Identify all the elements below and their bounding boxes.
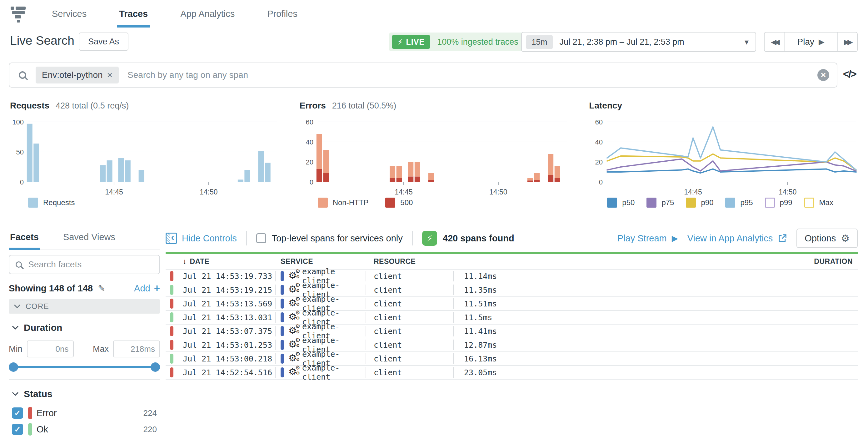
errors-chart: 020406014:4514:50 — [299, 118, 572, 196]
facet-search-input[interactable]: Search facets — [9, 255, 160, 274]
service-color-pill — [281, 368, 284, 377]
options-button[interactable]: Options ⚙ — [797, 229, 858, 248]
tab-profiles[interactable]: Profiles — [267, 0, 298, 28]
view-in-app-analytics-link[interactable]: View in App Analytics — [687, 233, 787, 243]
checkbox-checked-icon[interactable]: ✓ — [12, 407, 23, 419]
svg-text:40: 40 — [306, 138, 313, 146]
tab-traces[interactable]: Traces — [119, 0, 148, 28]
apm-flamegraph-logo-icon[interactable] — [10, 5, 26, 22]
trace-duration-cell: 11.51ms — [454, 299, 858, 308]
facet-tab-saved-views[interactable]: Saved Views — [62, 225, 117, 250]
row-status-pill — [170, 271, 174, 281]
span-search-input[interactable]: Env:otel-python × Search by any tag on a… — [9, 62, 837, 88]
trace-row[interactable]: Jul 21 14:53:19.215⚙⚙⚙example-clientclie… — [165, 283, 858, 297]
slider-track[interactable] — [12, 366, 156, 368]
legend-item-non-http[interactable]: Non-HTTP — [318, 198, 369, 208]
search-placeholder: Search by any tag on any span — [127, 70, 248, 80]
status-facet-row-error[interactable]: ✓Error224 — [9, 405, 160, 421]
facet-group-core[interactable]: CORE — [9, 299, 160, 314]
column-header-date[interactable]: ↓ DATE — [178, 257, 275, 266]
svg-text:100: 100 — [12, 118, 24, 126]
chevron-down-icon — [12, 325, 19, 330]
hide-controls-button[interactable]: Hide Controls — [165, 233, 237, 244]
gears-icon: ⚙⚙⚙ — [288, 284, 302, 295]
service-color-pill — [281, 285, 284, 295]
top-level-spans-checkbox[interactable] — [256, 233, 266, 243]
gears-icon: ⚙⚙⚙ — [288, 367, 302, 378]
svg-text:60: 60 — [306, 118, 313, 126]
facet-showing-text: Showing 148 of 148 — [9, 283, 93, 294]
legend-item-p50[interactable]: p50 — [607, 198, 634, 208]
top-level-spans-toggle[interactable]: Top-level spans for services only — [256, 233, 403, 243]
requests-chart: 05010014:4514:50 — [9, 118, 282, 196]
checkbox-checked-icon[interactable]: ✓ — [12, 424, 23, 435]
spans-found-text: 420 spans found — [443, 233, 514, 243]
legend-item-p95[interactable]: p95 — [725, 198, 753, 208]
save-as-button[interactable]: Save As — [79, 32, 128, 51]
svg-text:0: 0 — [20, 178, 24, 186]
pencil-icon[interactable]: ✎ — [98, 283, 105, 294]
row-status-pill — [170, 285, 174, 295]
trace-duration-cell: 11.14ms — [454, 272, 858, 281]
slider-handle-min[interactable] — [9, 362, 18, 372]
gears-icon: ⚙⚙⚙ — [288, 353, 302, 364]
tab-app-analytics[interactable]: App Analytics — [180, 0, 235, 28]
duration-facet-header[interactable]: Duration — [9, 322, 160, 333]
gears-icon: ⚙⚙⚙ — [288, 339, 302, 351]
legend-item-p90[interactable]: p90 — [686, 198, 713, 208]
trace-date-cell: Jul 21 14:52:54.516 — [178, 368, 275, 377]
status-facet-header[interactable]: Status — [9, 389, 160, 399]
svg-text:20: 20 — [595, 158, 603, 166]
add-facet-label: Add — [134, 283, 150, 294]
search-tag-env[interactable]: Env:otel-python × — [36, 67, 119, 84]
facet-tab-facets[interactable]: Facets — [9, 225, 40, 250]
status-facet-count: 220 — [144, 425, 157, 434]
tab-services[interactable]: Services — [52, 0, 87, 28]
svg-text:50: 50 — [16, 148, 24, 156]
time-range-selector[interactable]: 15m Jul 21, 2:38 pm – Jul 21, 2:53 pm ▾ — [521, 32, 756, 52]
svg-text:14:45: 14:45 — [395, 188, 413, 196]
trace-duration-cell: 23.05ms — [454, 368, 858, 377]
legend-item-max[interactable]: Max — [804, 198, 833, 208]
trace-row[interactable]: Jul 21 14:53:13.569⚙⚙⚙example-clientclie… — [165, 297, 858, 311]
errors-chart-legend: Non-HTTP500 — [318, 198, 573, 208]
play-button[interactable]: Play ▶ — [784, 32, 837, 51]
trace-row[interactable]: Jul 21 14:53:01.253⚙⚙⚙example-clientclie… — [165, 338, 858, 352]
max-duration-field[interactable]: 218ms — [113, 341, 160, 357]
gears-icon: ⚙⚙⚙ — [288, 270, 302, 282]
trace-row[interactable]: Jul 21 14:52:54.516⚙⚙⚙example-clientclie… — [165, 366, 858, 380]
trace-row[interactable]: Jul 21 14:53:19.733⚙⚙⚙example-clientclie… — [165, 269, 858, 283]
legend-swatch — [28, 198, 38, 208]
rewind-button[interactable]: ◀◀ — [765, 32, 784, 51]
svg-text:14:45: 14:45 — [684, 188, 703, 196]
add-facet-button[interactable]: Add + — [134, 282, 160, 294]
trace-row[interactable]: Jul 21 14:53:00.218⚙⚙⚙example-clientclie… — [165, 352, 858, 366]
chevron-down-icon — [14, 304, 21, 309]
caret-down-icon: ▾ — [745, 37, 749, 47]
legend-item-p75[interactable]: p75 — [647, 198, 674, 208]
live-status: ⚡ LIVE 100% ingested traces — [389, 32, 527, 51]
code-view-icon[interactable]: </> — [843, 68, 856, 80]
view-in-app-analytics-label: View in App Analytics — [687, 233, 773, 243]
status-facet-row-ok[interactable]: ✓Ok220 — [9, 421, 160, 437]
duration-facet-title: Duration — [24, 322, 62, 333]
fast-forward-button[interactable]: ▶▶ — [837, 32, 857, 51]
trace-row[interactable]: Jul 21 14:53:07.375⚙⚙⚙example-clientclie… — [165, 325, 858, 338]
legend-item-500[interactable]: 500 — [385, 198, 413, 208]
legend-swatch — [385, 198, 395, 208]
legend-item-requests[interactable]: Requests — [28, 198, 75, 208]
play-stream-button[interactable]: Play Stream ▶ — [617, 233, 678, 243]
column-header-service: SERVICE — [276, 257, 366, 266]
tag-close-icon[interactable]: × — [107, 70, 113, 80]
play-stream-label: Play Stream — [617, 233, 667, 243]
trace-row[interactable]: Jul 21 14:53:13.031⚙⚙⚙example-clientclie… — [165, 311, 858, 325]
trace-table-header: ↓ DATE SERVICE RESOURCE DURATION — [165, 254, 858, 269]
trace-date-cell: Jul 21 14:53:07.375 — [178, 327, 275, 336]
live-toggle-button[interactable]: ⚡ LIVE — [392, 35, 430, 49]
min-duration-field[interactable]: 0ns — [27, 341, 74, 357]
svg-text:14:50: 14:50 — [200, 188, 218, 196]
clear-search-icon[interactable]: × — [817, 69, 829, 81]
slider-handle-max[interactable] — [151, 362, 160, 372]
legend-item-p99[interactable]: p99 — [765, 198, 793, 208]
svg-text:14:45: 14:45 — [105, 188, 123, 196]
